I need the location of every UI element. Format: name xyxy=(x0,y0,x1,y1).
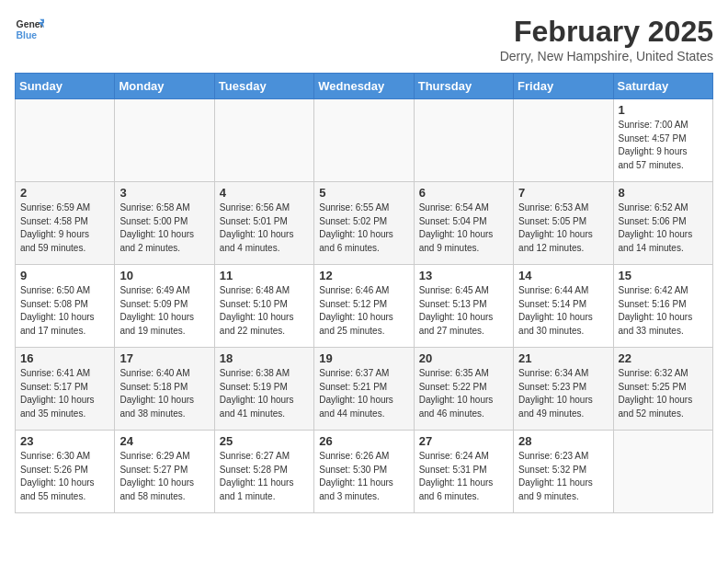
header: General Blue February 2025 Derry, New Ha… xyxy=(15,15,713,63)
day-number: 6 xyxy=(419,186,508,200)
day-info: Sunrise: 6:48 AM Sunset: 5:10 PM Dayligh… xyxy=(220,284,309,338)
calendar-subtitle: Derry, New Hampshire, United States xyxy=(500,49,713,63)
day-number: 26 xyxy=(319,434,408,448)
day-cell: 1Sunrise: 7:00 AM Sunset: 4:57 PM Daylig… xyxy=(613,99,712,182)
day-number: 25 xyxy=(220,434,309,448)
svg-text:Blue: Blue xyxy=(17,30,38,40)
day-number: 8 xyxy=(619,186,708,200)
day-number: 5 xyxy=(319,186,408,200)
logo-icon: General Blue xyxy=(15,15,44,44)
day-info: Sunrise: 6:38 AM Sunset: 5:19 PM Dayligh… xyxy=(220,367,309,420)
day-info: Sunrise: 6:41 AM Sunset: 5:17 PM Dayligh… xyxy=(20,367,109,420)
day-info: Sunrise: 6:26 AM Sunset: 5:30 PM Dayligh… xyxy=(319,450,408,503)
day-info: Sunrise: 6:27 AM Sunset: 5:28 PM Dayligh… xyxy=(220,450,309,503)
day-cell: 4Sunrise: 6:56 AM Sunset: 5:01 PM Daylig… xyxy=(214,182,313,265)
day-cell xyxy=(414,99,513,182)
day-cell xyxy=(314,99,414,182)
day-info: Sunrise: 6:50 AM Sunset: 5:08 PM Dayligh… xyxy=(20,284,109,338)
day-cell: 26Sunrise: 6:26 AM Sunset: 5:30 PM Dayli… xyxy=(314,431,414,513)
day-cell: 25Sunrise: 6:27 AM Sunset: 5:28 PM Dayli… xyxy=(214,431,313,513)
day-cell: 3Sunrise: 6:58 AM Sunset: 5:00 PM Daylig… xyxy=(115,182,214,265)
day-number: 16 xyxy=(20,351,109,365)
day-cell: 28Sunrise: 6:23 AM Sunset: 5:32 PM Dayli… xyxy=(514,431,613,513)
day-cell: 5Sunrise: 6:55 AM Sunset: 5:02 PM Daylig… xyxy=(314,182,414,265)
day-info: Sunrise: 6:44 AM Sunset: 5:14 PM Dayligh… xyxy=(518,284,608,338)
day-cell: 22Sunrise: 6:32 AM Sunset: 5:25 PM Dayli… xyxy=(613,348,712,431)
day-cell: 24Sunrise: 6:29 AM Sunset: 5:27 PM Dayli… xyxy=(115,431,214,513)
day-info: Sunrise: 6:46 AM Sunset: 5:12 PM Dayligh… xyxy=(319,284,408,338)
calendar-table: SundayMondayTuesdayWednesdayThursdayFrid… xyxy=(15,73,713,513)
day-info: Sunrise: 6:35 AM Sunset: 5:22 PM Dayligh… xyxy=(419,367,508,420)
day-number: 20 xyxy=(419,351,508,365)
day-info: Sunrise: 6:42 AM Sunset: 5:16 PM Dayligh… xyxy=(619,284,708,338)
day-info: Sunrise: 6:53 AM Sunset: 5:05 PM Dayligh… xyxy=(518,201,608,255)
day-number: 28 xyxy=(518,434,608,448)
weekday-header-saturday: Saturday xyxy=(613,74,712,99)
day-number: 24 xyxy=(119,434,209,448)
day-number: 10 xyxy=(119,269,209,282)
weekday-header-sunday: Sunday xyxy=(16,74,115,99)
logo: General Blue xyxy=(15,15,44,44)
weekday-header-row: SundayMondayTuesdayWednesdayThursdayFrid… xyxy=(16,74,713,99)
day-cell xyxy=(514,99,613,182)
day-number: 19 xyxy=(319,351,408,365)
day-cell: 12Sunrise: 6:46 AM Sunset: 5:12 PM Dayli… xyxy=(314,265,414,348)
day-cell: 7Sunrise: 6:53 AM Sunset: 5:05 PM Daylig… xyxy=(514,182,613,265)
day-info: Sunrise: 6:29 AM Sunset: 5:27 PM Dayligh… xyxy=(119,450,209,503)
day-info: Sunrise: 6:56 AM Sunset: 5:01 PM Dayligh… xyxy=(220,201,309,255)
day-number: 4 xyxy=(220,186,309,200)
day-cell: 11Sunrise: 6:48 AM Sunset: 5:10 PM Dayli… xyxy=(214,265,313,348)
weekday-header-wednesday: Wednesday xyxy=(314,74,414,99)
day-cell: 19Sunrise: 6:37 AM Sunset: 5:21 PM Dayli… xyxy=(314,348,414,431)
day-info: Sunrise: 6:37 AM Sunset: 5:21 PM Dayligh… xyxy=(319,367,408,420)
day-number: 22 xyxy=(619,351,708,365)
day-info: Sunrise: 6:34 AM Sunset: 5:23 PM Dayligh… xyxy=(518,367,608,420)
day-cell: 9Sunrise: 6:50 AM Sunset: 5:08 PM Daylig… xyxy=(16,265,115,348)
day-number: 7 xyxy=(518,186,608,200)
day-cell: 16Sunrise: 6:41 AM Sunset: 5:17 PM Dayli… xyxy=(16,348,115,431)
day-info: Sunrise: 6:52 AM Sunset: 5:06 PM Dayligh… xyxy=(619,201,708,255)
weekday-header-thursday: Thursday xyxy=(414,74,513,99)
day-cell: 2Sunrise: 6:59 AM Sunset: 4:58 PM Daylig… xyxy=(16,182,115,265)
day-number: 2 xyxy=(20,186,109,200)
day-cell xyxy=(214,99,313,182)
day-cell: 17Sunrise: 6:40 AM Sunset: 5:18 PM Dayli… xyxy=(115,348,214,431)
day-cell: 21Sunrise: 6:34 AM Sunset: 5:23 PM Dayli… xyxy=(514,348,613,431)
weekday-header-tuesday: Tuesday xyxy=(214,74,313,99)
week-row-4: 16Sunrise: 6:41 AM Sunset: 5:17 PM Dayli… xyxy=(16,348,713,431)
day-number: 11 xyxy=(220,269,309,282)
day-cell: 20Sunrise: 6:35 AM Sunset: 5:22 PM Dayli… xyxy=(414,348,513,431)
week-row-3: 9Sunrise: 6:50 AM Sunset: 5:08 PM Daylig… xyxy=(16,265,713,348)
day-info: Sunrise: 7:00 AM Sunset: 4:57 PM Dayligh… xyxy=(619,119,708,172)
day-number: 15 xyxy=(619,269,708,282)
day-number: 18 xyxy=(220,351,309,365)
week-row-2: 2Sunrise: 6:59 AM Sunset: 4:58 PM Daylig… xyxy=(16,182,713,265)
day-number: 21 xyxy=(518,351,608,365)
day-info: Sunrise: 6:40 AM Sunset: 5:18 PM Dayligh… xyxy=(119,367,209,420)
day-cell: 27Sunrise: 6:24 AM Sunset: 5:31 PM Dayli… xyxy=(414,431,513,513)
day-cell xyxy=(613,431,712,513)
day-number: 1 xyxy=(619,103,708,117)
day-number: 23 xyxy=(20,434,109,448)
day-cell xyxy=(16,99,115,182)
day-info: Sunrise: 6:23 AM Sunset: 5:32 PM Dayligh… xyxy=(518,450,608,503)
day-cell: 14Sunrise: 6:44 AM Sunset: 5:14 PM Dayli… xyxy=(514,265,613,348)
day-number: 17 xyxy=(119,351,209,365)
day-number: 14 xyxy=(518,269,608,282)
day-number: 13 xyxy=(419,269,508,282)
day-cell xyxy=(115,99,214,182)
week-row-5: 23Sunrise: 6:30 AM Sunset: 5:26 PM Dayli… xyxy=(16,431,713,513)
day-info: Sunrise: 6:30 AM Sunset: 5:26 PM Dayligh… xyxy=(20,450,109,503)
weekday-header-friday: Friday xyxy=(514,74,613,99)
day-info: Sunrise: 6:58 AM Sunset: 5:00 PM Dayligh… xyxy=(119,201,209,255)
day-cell: 13Sunrise: 6:45 AM Sunset: 5:13 PM Dayli… xyxy=(414,265,513,348)
day-number: 27 xyxy=(419,434,508,448)
day-info: Sunrise: 6:59 AM Sunset: 4:58 PM Dayligh… xyxy=(20,201,109,255)
day-cell: 15Sunrise: 6:42 AM Sunset: 5:16 PM Dayli… xyxy=(613,265,712,348)
weekday-header-monday: Monday xyxy=(115,74,214,99)
day-info: Sunrise: 6:49 AM Sunset: 5:09 PM Dayligh… xyxy=(119,284,209,338)
day-number: 9 xyxy=(20,269,109,282)
day-info: Sunrise: 6:54 AM Sunset: 5:04 PM Dayligh… xyxy=(419,201,508,255)
day-info: Sunrise: 6:24 AM Sunset: 5:31 PM Dayligh… xyxy=(419,450,508,503)
day-number: 12 xyxy=(319,269,408,282)
